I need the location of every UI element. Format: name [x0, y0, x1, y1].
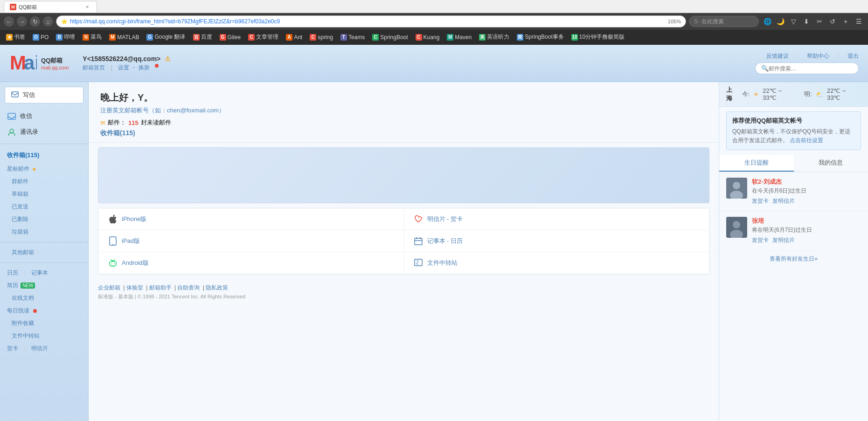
sidebar-docs[interactable]: 在线文档	[0, 292, 88, 304]
sidebar-resume[interactable]: 简历 NEW	[0, 279, 88, 292]
bookmark-baidu[interactable]: 百 百度	[190, 32, 215, 42]
bookmark-10min-label: 10分钟手撸极简版	[579, 33, 625, 41]
mail-search-box[interactable]: 🔍	[755, 62, 859, 74]
feedback-link[interactable]: 反馈建议	[766, 52, 789, 60]
extensions-button[interactable]: 🌐	[762, 16, 773, 27]
recommend-settings-link[interactable]: 点击前往设置	[790, 137, 823, 144]
mail-search-input[interactable]	[769, 65, 853, 72]
sidebar-attachments[interactable]: 附件收藏	[0, 317, 88, 330]
inbox-main-link[interactable]: 收件箱(115)	[100, 129, 707, 138]
sidebar-calendar-notebook[interactable]: 日历 ｜ 记事本	[0, 267, 88, 279]
footer-helper-link[interactable]: 邮箱助手	[149, 284, 172, 291]
bookmark-springboot-trans[interactable]: 简 SpringBoot事务	[514, 32, 567, 42]
sidebar-starred[interactable]: 星标邮件 ★	[0, 163, 88, 175]
sidebar-trash[interactable]: 垃圾箱	[0, 226, 88, 238]
birthday-name-1[interactable]: 软2-刘成杰	[752, 178, 861, 186]
sidebar-inbox-folder[interactable]: 收件箱(115)	[0, 148, 88, 163]
browser-search-placeholder: 在此搜索	[701, 18, 724, 26]
svg-rect-17	[109, 262, 110, 264]
birthday-tab-reminder[interactable]: 生日提醒	[719, 155, 794, 172]
address-bar[interactable]: ⭐ https://mail.qq.com/cgi-bin/frame_html…	[56, 15, 686, 28]
birthday-postcard-action-2[interactable]: 发明信片	[772, 236, 795, 244]
app-link-notebook[interactable]: 记事本 - 日历	[404, 230, 709, 252]
browser-toolbar: ← → ↻ ⌂ ⭐ https://mail.qq.com/cgi-bin/fr…	[0, 13, 868, 30]
back-forward-button[interactable]: ↺	[827, 16, 838, 27]
bookmark-po-label: PO	[41, 34, 49, 41]
birthday-card-action-2[interactable]: 发贺卡	[752, 236, 769, 244]
menu-button[interactable]: ☰	[853, 16, 864, 27]
footer-lab-link[interactable]: 体验室	[126, 284, 143, 291]
logout-link[interactable]: 退出	[847, 52, 859, 60]
sidebar-deleted[interactable]: 已删除	[0, 213, 88, 226]
birthday-actions-2: 发贺卡 发明信片	[752, 236, 861, 244]
app-link-postcard[interactable]: 明信片 - 贺卡	[404, 208, 709, 230]
nav-home-link[interactable]: 邮箱首页	[83, 64, 105, 72]
app-link-ipad[interactable]: iPad版	[98, 230, 404, 252]
tab-close-button[interactable]: ×	[83, 3, 91, 11]
bookmark-maven[interactable]: M Maven	[444, 33, 475, 42]
bookmark-google-translate[interactable]: G Google 翻译	[143, 32, 188, 42]
bookmark-gitee[interactable]: G Gitee	[216, 33, 244, 42]
daily-label: 每日悦读	[7, 307, 29, 315]
sidebar-transfer[interactable]: 文件中转站	[0, 330, 88, 342]
nav-settings-link[interactable]: 设置	[118, 64, 129, 72]
back-button[interactable]: ←	[4, 16, 14, 27]
bookmark-bookmarks[interactable]: ★ 书签	[3, 32, 28, 42]
active-tab[interactable]: M QQ邮箱 ×	[4, 1, 97, 13]
birthday-card-action-1[interactable]: 发贺卡	[752, 197, 769, 205]
new-badge: NEW	[21, 283, 35, 289]
birthday-section: 生日提醒 我的信息	[719, 155, 868, 268]
app-link-iphone[interactable]: iPhone版	[98, 208, 404, 230]
help-link[interactable]: 帮助中心	[807, 52, 829, 60]
app-link-transfer[interactable]: Z 文件中转站	[404, 252, 709, 274]
bookmark-po[interactable]: O PO	[29, 33, 52, 42]
refresh-button[interactable]: ↻	[30, 16, 40, 27]
sidebar-draft[interactable]: 草稿箱	[0, 188, 88, 200]
bookmark-article[interactable]: C 文章管理	[245, 32, 282, 42]
footer-query-link[interactable]: 自助查询	[177, 284, 200, 291]
compose-button[interactable]: 写信	[5, 87, 83, 104]
register-link[interactable]: 注册英文邮箱帐号（如：chen@foxmail.com）	[100, 107, 225, 114]
nav-skin-link[interactable]: 换肤	[139, 64, 150, 72]
sidebar-sent[interactable]: 已发送	[0, 200, 88, 213]
svg-line-14	[111, 259, 111, 260]
sidebar-contacts-nav[interactable]: 通讯录	[0, 124, 88, 140]
birthday-tab-myinfo[interactable]: 我的信息	[794, 155, 868, 172]
cut-button[interactable]: ✂	[814, 16, 825, 27]
bookmark-bilibili[interactable]: B 哔哩	[53, 32, 78, 42]
bookmark-springboot[interactable]: C SpringBoot	[369, 33, 411, 42]
sidebar-other[interactable]: 其他邮箱	[0, 246, 88, 259]
bookmark-english[interactable]: 英 英语听力	[476, 32, 513, 42]
sep-calendar: ｜	[22, 269, 28, 277]
bookmark-label: 书签	[14, 33, 25, 41]
footer-privacy-link[interactable]: 隐私政策	[206, 284, 228, 291]
bookmark-ant[interactable]: A Ant	[283, 33, 306, 42]
bookmark-10min[interactable]: 10 10分钟手撸极简版	[568, 32, 628, 42]
recommend-box: 推荐使用QQ邮箱英文帐号 QQ邮箱英文帐号，不仅保护QQ号码安全，更适合用于发送…	[726, 111, 861, 150]
add-tab-button[interactable]: +	[840, 16, 851, 27]
sidebar-card-postcard[interactable]: 贺卡 ｜ 明信片	[0, 342, 88, 355]
app-link-android[interactable]: Android版	[98, 252, 404, 274]
bookmark-spring[interactable]: C spring	[306, 33, 336, 42]
bookmark-matlab[interactable]: M MATLAB	[106, 33, 142, 42]
sidebar-inbox-nav[interactable]: 收信	[0, 108, 88, 124]
dark-mode-button[interactable]: 🌙	[775, 16, 786, 27]
compose-label: 写信	[23, 91, 35, 99]
home-button[interactable]: ⌂	[43, 16, 53, 27]
unread-count-link[interactable]: 115	[128, 119, 139, 126]
bookmark-cainiao[interactable]: N 菜鸟	[79, 32, 105, 42]
footer-enterprise-link[interactable]: 企业邮箱	[98, 284, 120, 291]
footer-copyright-text: © 1998 - 2021 Tencent Inc. All Rights Re…	[138, 294, 245, 299]
download-button[interactable]: ⬇	[801, 16, 812, 27]
browser-search-bar[interactable]: S· 在此搜索	[689, 16, 759, 27]
birthday-postcard-action-1[interactable]: 发明信片	[772, 197, 795, 205]
sidebar-group[interactable]: 群邮件	[0, 175, 88, 188]
birthday-name-2[interactable]: 张培	[752, 217, 861, 225]
sidebar-daily[interactable]: 每日悦读	[0, 304, 88, 317]
forward-button[interactable]: →	[17, 16, 27, 27]
footer-links: 企业邮箱 | 体验室 | 邮箱助手 | 自助查询 | 隐私政策 标准版 - 基本…	[89, 279, 719, 305]
bookmark-teams[interactable]: T Teams	[337, 33, 368, 42]
profile-button[interactable]: ▽	[788, 16, 799, 27]
view-all-birthdays[interactable]: 查看所有好友生日»	[719, 250, 868, 268]
bookmark-kuang[interactable]: C Kuang	[412, 33, 443, 42]
